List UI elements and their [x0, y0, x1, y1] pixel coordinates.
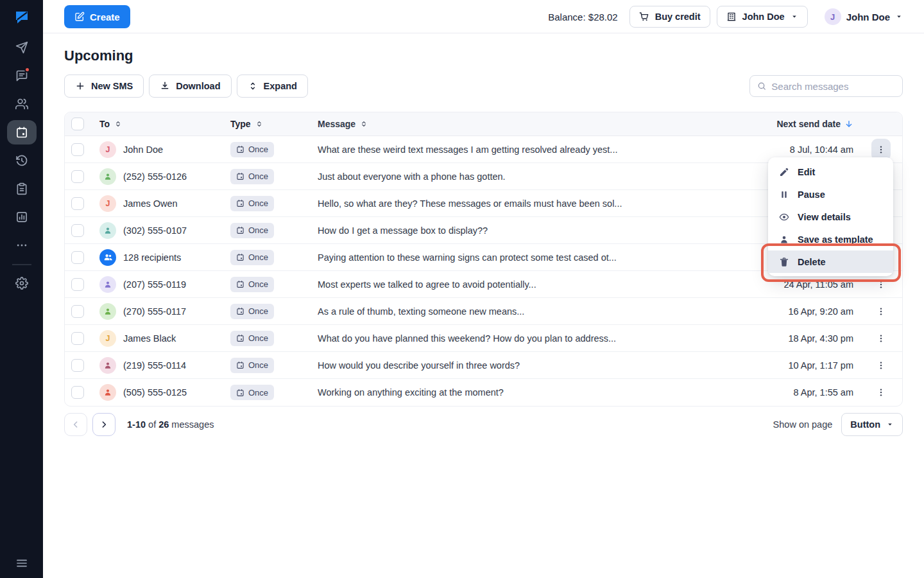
avatar: J [99, 195, 116, 212]
plane-icon [15, 41, 28, 54]
row-checkbox[interactable] [71, 305, 84, 318]
sidebar-collapse-button[interactable] [0, 557, 43, 570]
buy-credit-button[interactable]: Buy credit [629, 6, 710, 28]
kebab-icon [876, 387, 886, 398]
person-icon [103, 361, 112, 370]
sidebar-item-settings[interactable] [0, 269, 43, 297]
history-icon [15, 154, 28, 167]
table-row[interactable]: J James Black Once What do you have plan… [65, 325, 902, 352]
next-send-date: 8 Jul, 10:44 am [764, 144, 860, 155]
menu-item-label: Save as template [798, 234, 873, 245]
next-page-button[interactable] [92, 413, 116, 436]
type-badge: Once [230, 277, 274, 292]
next-send-date: 8 Apr, 1:55 am [764, 387, 860, 398]
menu-item-edit[interactable]: Edit [768, 161, 893, 183]
calendar-icon [15, 126, 28, 139]
select-all-checkbox[interactable] [71, 118, 84, 130]
sidebar-item-messages[interactable] [0, 62, 43, 90]
table-row[interactable]: (505) 555-0125 Once Working on anything … [65, 379, 902, 406]
message-text: Hello, so what are they? These messages … [318, 198, 764, 209]
user-avatar: J [825, 8, 841, 25]
sidebar-item-history[interactable] [0, 146, 43, 175]
new-sms-label: New SMS [91, 81, 133, 91]
recipient-name: (219) 555-0114 [123, 360, 186, 371]
next-send-date: 24 Apr, 11:05 am [764, 279, 860, 290]
menu-item-save-as-template[interactable]: Save as template [768, 228, 893, 250]
kebab-icon [876, 279, 886, 290]
row-checkbox[interactable] [71, 143, 84, 156]
menu-item-delete[interactable]: Delete [768, 250, 893, 273]
kebab-icon [876, 333, 886, 344]
compose-icon [74, 12, 85, 22]
type-badge-label: Once [248, 225, 268, 235]
recipient-name: (252) 555-0126 [123, 171, 187, 182]
avatar: J [99, 141, 116, 158]
row-checkbox[interactable] [71, 359, 84, 372]
next-send-date: 16 Apr, 9:20 am [764, 306, 860, 317]
message-text: Most experts we talked to agree to avoid… [318, 279, 764, 290]
row-menu-button[interactable] [871, 328, 891, 349]
row-checkbox[interactable] [71, 224, 84, 237]
toolbar: New SMS Download Expand [64, 74, 308, 98]
sidebar-item-more[interactable] [0, 231, 43, 259]
type-badge-label: Once [248, 198, 268, 208]
table-row[interactable]: (219) 555-0114 Once How would you descri… [65, 352, 902, 379]
person-icon [103, 388, 112, 397]
sidebar-item-send[interactable] [0, 33, 43, 62]
table-row[interactable]: (270) 555-0117 Once As a rule of thumb, … [65, 298, 902, 325]
person-icon [103, 307, 112, 316]
column-header-next-send-date[interactable]: Next send date [764, 119, 860, 129]
previous-page-button[interactable] [64, 413, 87, 436]
balance-text: Balance: $28.02 [548, 12, 617, 22]
row-checkbox[interactable] [71, 278, 84, 291]
type-badge: Once [230, 358, 274, 373]
organization-selector[interactable]: John Doe [717, 6, 808, 28]
sidebar-item-analytics[interactable] [0, 203, 43, 231]
create-button[interactable]: Create [64, 5, 130, 28]
type-badge-label: Once [248, 388, 268, 398]
row-menu-button[interactable] [871, 274, 891, 295]
menu-item-view-details[interactable]: View details [768, 206, 893, 228]
page-size-selector[interactable]: Button [841, 413, 903, 436]
row-checkbox[interactable] [71, 332, 84, 345]
type-badge: Once [230, 250, 274, 265]
user-menu[interactable]: J John Doe [825, 8, 903, 25]
create-button-label: Create [90, 12, 120, 22]
search-input[interactable] [771, 81, 895, 92]
row-checkbox[interactable] [71, 386, 84, 399]
avatar [99, 249, 116, 266]
ellipsis-icon [15, 239, 28, 252]
new-sms-button[interactable]: New SMS [64, 74, 144, 98]
sidebar-item-scheduled[interactable] [0, 118, 43, 146]
chevron-down-icon [791, 13, 798, 21]
pagination: 1-10 of 26 messages Show on page Button [64, 413, 903, 436]
calendar-icon [236, 253, 244, 261]
row-checkbox[interactable] [71, 251, 84, 264]
topbar-right: Balance: $28.02 Buy credit John Doe J Jo… [548, 0, 903, 33]
download-button[interactable]: Download [149, 74, 231, 98]
menu-item-pause[interactable]: Pause [768, 183, 893, 206]
row-menu-button[interactable] [871, 355, 891, 376]
expand-button[interactable]: Expand [237, 74, 308, 98]
type-badge-label: Once [248, 171, 268, 181]
column-header-type[interactable]: Type [230, 119, 318, 129]
chevron-down-icon [895, 13, 903, 21]
sidebar-item-templates[interactable] [0, 175, 43, 203]
row-checkbox[interactable] [71, 170, 84, 183]
row-menu-button[interactable] [871, 301, 891, 322]
column-header-message[interactable]: Message [318, 119, 755, 129]
row-menu-button[interactable] [871, 381, 891, 403]
sidebar-item-contacts[interactable] [0, 90, 43, 118]
kebab-icon [876, 360, 886, 371]
row-checkbox[interactable] [71, 197, 84, 210]
show-on-page-label: Show on page [773, 419, 833, 430]
app-logo[interactable] [0, 0, 43, 33]
row-context-menu: EditPauseView detailsSave as templateDel… [768, 157, 893, 276]
chat-logo-icon [14, 9, 30, 24]
recipient-name: (302) 555-0107 [123, 225, 187, 236]
avatar [99, 276, 116, 293]
calendar-icon [236, 145, 244, 153]
chevron-right-icon [99, 419, 109, 430]
column-header-to[interactable]: To [99, 119, 230, 129]
sort-icon [255, 120, 263, 128]
